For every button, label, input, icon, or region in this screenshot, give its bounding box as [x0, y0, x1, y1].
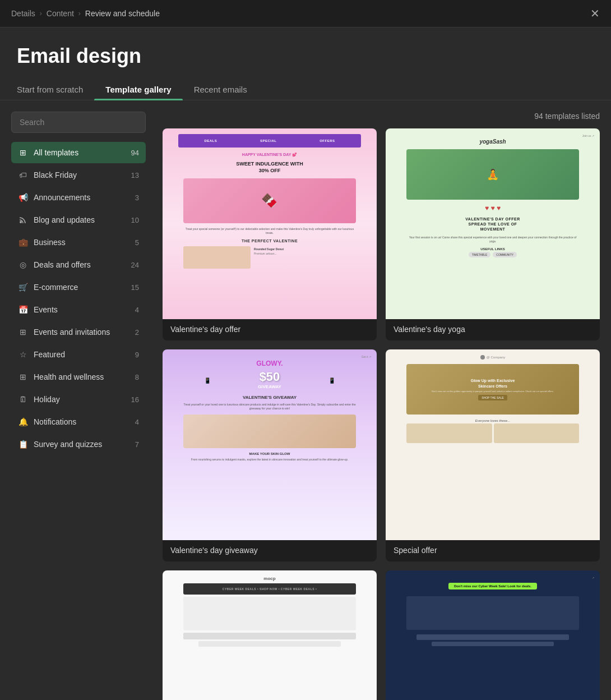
svg-point-0	[20, 221, 22, 223]
sidebar-count-notifications: 4	[135, 418, 139, 426]
sidebar-item-blackfriday[interactable]: 🏷 Black Friday 13	[11, 164, 146, 186]
sidebar-item-events[interactable]: 📅 Events 4	[11, 299, 146, 320]
chevron-icon: ›	[40, 10, 42, 17]
sidebar-count-survey: 7	[135, 440, 139, 449]
sidebar-item-eventsinv[interactable]: ⊞ Events and invitations 2	[11, 321, 146, 343]
sidebar-item-deals[interactable]: ◎ Deals and offers 24	[11, 254, 146, 275]
template-card-valentine-yoga[interactable]: Join us ↗ yogaSash 🧘 ♥ ♥ ♥ VALENTINE'S D…	[386, 128, 600, 340]
template-area: 94 templates listed DEALS SPECIAL OFFERS…	[157, 112, 611, 700]
template-card-partial1[interactable]: mocp CYBER WEEK DEALS • SHOP NOW • CYBER…	[163, 570, 377, 700]
thumbnail-partial1: mocp CYBER WEEK DEALS • SHOP NOW • CYBER…	[163, 570, 377, 700]
sidebar-item-featured[interactable]: ☆ Featured 9	[11, 344, 146, 365]
sidebar-label-health: Health and wellness	[34, 372, 129, 381]
sidebar-count-holiday: 16	[131, 395, 139, 404]
grid-icon: ⊞	[18, 148, 28, 158]
sidebar-count-featured: 9	[135, 351, 139, 359]
sidebar-item-holiday[interactable]: 🗓 Holiday 16	[11, 389, 146, 410]
template-count: 94 templates listed	[163, 112, 600, 121]
sidebar-count-blackfriday: 13	[131, 171, 139, 179]
tab-template-gallery[interactable]: Template gallery	[94, 79, 182, 100]
breadcrumb-content: Content	[47, 9, 74, 18]
template-title-special-offer: Special offer	[386, 540, 600, 561]
sidebar-label-notifications: Notifications	[34, 417, 129, 426]
sidebar-label-announcements: Announcements	[34, 193, 129, 202]
sidebar-count-announcements: 3	[135, 194, 139, 202]
calendar-icon: 📅	[18, 305, 28, 315]
sidebar-label-business: Business	[34, 238, 129, 247]
rss-icon	[18, 215, 28, 225]
sidebar-label-featured: Featured	[34, 350, 129, 359]
thumbnail-special-offer: @ Company Glow Up with ExclusiveSkincare…	[386, 349, 600, 540]
grid2-icon: ⊞	[18, 327, 28, 337]
sidebar-label-blackfriday: Black Friday	[34, 171, 126, 179]
main-content: ⊞ All templates 94 🏷 Black Friday 13 📢 A…	[0, 100, 611, 700]
template-card-valentine-offer[interactable]: DEALS SPECIAL OFFERS HAPPY VALENTINE'S D…	[163, 128, 377, 340]
sidebar-item-ecommerce[interactable]: 🛒 E-commerce 15	[11, 277, 146, 298]
chevron-icon-2: ›	[78, 10, 81, 17]
template-grid: DEALS SPECIAL OFFERS HAPPY VALENTINE'S D…	[163, 128, 600, 700]
sidebar-count-blog: 10	[131, 216, 139, 224]
sidebar-label-survey: Survey and quizzes	[34, 440, 129, 449]
briefcase-icon: 💼	[18, 237, 28, 247]
health-icon: ⊞	[18, 372, 28, 382]
sidebar-label-eventsinv: Events and invitations	[34, 328, 129, 337]
sidebar-item-announcements[interactable]: 📢 Announcements 3	[11, 187, 146, 208]
sidebar-item-all[interactable]: ⊞ All templates 94	[11, 142, 146, 163]
sidebar-count-eventsinv: 2	[135, 328, 139, 337]
tag-icon: 🏷	[18, 170, 28, 180]
breadcrumb: Details › Content › Review and schedule	[11, 9, 160, 18]
megaphone-icon: 📢	[18, 192, 28, 202]
template-title-valentine-offer: Valentine's day offer	[163, 319, 377, 340]
breadcrumb-details: Details	[11, 9, 35, 18]
tab-recent-emails[interactable]: Recent emails	[183, 79, 258, 100]
top-bar: Details › Content › Review and schedule …	[0, 0, 611, 27]
breadcrumb-current: Review and schedule	[85, 9, 160, 18]
clipboard-icon: 📋	[18, 439, 28, 449]
thumbnail-valentine-giveaway: Get it ↗ GLOWY. 📱 $50 GIVEAWAY 📱 VALENTI…	[163, 349, 377, 540]
cart-icon: 🛒	[18, 282, 28, 292]
sidebar-count-business: 5	[135, 238, 139, 247]
sidebar-item-blog[interactable]: Blog and updates 10	[11, 209, 146, 231]
star-icon: ☆	[18, 349, 28, 360]
close-button[interactable]: ✕	[590, 8, 600, 19]
sidebar-label-events: Events	[34, 305, 129, 314]
sidebar-count-ecommerce: 15	[131, 283, 139, 292]
discount-icon: ◎	[18, 260, 28, 270]
template-card-valentine-giveaway[interactable]: Get it ↗ GLOWY. 📱 $50 GIVEAWAY 📱 VALENTI…	[163, 349, 377, 561]
sidebar-count-health: 8	[135, 373, 139, 381]
sidebar-label-ecommerce: E-commerce	[34, 283, 126, 292]
template-title-valentine-giveaway: Valentine's day giveaway	[163, 540, 377, 561]
sidebar-item-business[interactable]: 💼 Business 5	[11, 232, 146, 253]
sidebar-item-notifications[interactable]: 🔔 Notifications 4	[11, 411, 146, 432]
sidebar-count-deals: 24	[131, 261, 139, 269]
template-card-special-offer[interactable]: @ Company Glow Up with ExclusiveSkincare…	[386, 349, 600, 561]
sidebar: ⊞ All templates 94 🏷 Black Friday 13 📢 A…	[0, 112, 157, 700]
template-card-partial2[interactable]: ↗ Don't miss our Cyber Week Sale! Look f…	[386, 570, 600, 700]
bell-icon: 🔔	[18, 417, 28, 427]
template-title-valentine-yoga: Valentine's day yoga	[386, 319, 600, 340]
tabs: Start from scratch Template gallery Rece…	[0, 68, 611, 100]
sidebar-label-holiday: Holiday	[34, 395, 126, 404]
sidebar-label-deals: Deals and offers	[34, 260, 126, 269]
sidebar-item-health[interactable]: ⊞ Health and wellness 8	[11, 366, 146, 388]
thumbnail-valentine-offer: DEALS SPECIAL OFFERS HAPPY VALENTINE'S D…	[163, 128, 377, 319]
sidebar-label-all: All templates	[34, 148, 126, 157]
sidebar-count-all: 94	[131, 149, 139, 157]
sidebar-label-blog: Blog and updates	[34, 215, 126, 224]
search-input[interactable]	[11, 112, 146, 133]
thumbnail-partial2: ↗ Don't miss our Cyber Week Sale! Look f…	[386, 570, 600, 700]
tab-start-from-scratch[interactable]: Start from scratch	[17, 79, 94, 100]
sidebar-item-survey[interactable]: 📋 Survey and quizzes 7	[11, 434, 146, 455]
sidebar-count-events: 4	[135, 306, 139, 314]
thumbnail-valentine-yoga: Join us ↗ yogaSash 🧘 ♥ ♥ ♥ VALENTINE'S D…	[386, 128, 600, 319]
calendar2-icon: 🗓	[18, 394, 28, 404]
page-title: Email design	[0, 27, 611, 68]
